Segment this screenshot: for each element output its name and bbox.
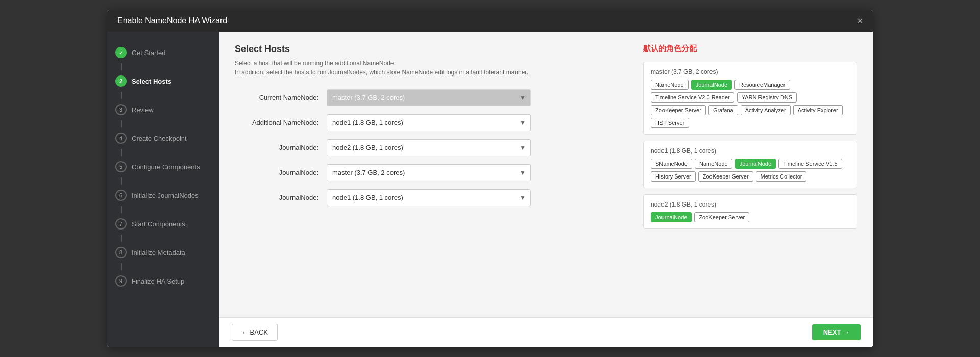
tag-resourcemanager-master: ResourceManager [734,80,790,90]
label-journalnode-2: JournalNode: [235,169,327,176]
control-journalnode-1: node2 (1.8 GB, 1 cores) ▼ [327,139,531,156]
tag-container-node1: SNameNode NameNode JournalNode Timeline … [651,159,850,182]
modal-header: Enable NameNode HA Wizard × [107,10,873,32]
role-card-node1: node1 (1.8 GB, 1 cores) SNameNode NameNo… [643,141,857,188]
sidebar-label-1: Get Started [132,49,165,57]
sidebar-item-get-started[interactable]: ✓ Get Started [107,42,219,63]
role-card-node1-title: node1 (1.8 GB, 1 cores) [651,147,850,155]
label-journalnode-3: JournalNode: [235,194,327,201]
sidebar-label-6: Initialize JournalNodes [132,192,199,199]
sidebar-label-3: Review [132,106,154,114]
sidebar-label-2: Select Hosts [132,78,172,85]
step-circle-1: ✓ [115,47,127,58]
tag-history-server-node1: History Server [651,171,696,182]
sidebar-label-7: Start Components [132,220,185,228]
form-row-journalnode-1: JournalNode: node2 (1.8 GB, 1 cores) ▼ [235,139,628,156]
step-connector-5 [121,177,122,185]
tag-journalnode-master: JournalNode [691,80,732,90]
select-journalnode-1[interactable]: node2 (1.8 GB, 1 cores) [327,139,531,156]
left-panel: Select Hosts Select a host that will be … [235,44,628,305]
role-card-node2: node2 (1.8 GB, 1 cores) JournalNode ZooK… [643,194,857,229]
form-row-current-namenode: Current NameNode: master (3.7 GB, 2 core… [235,89,628,106]
form-row-additional-namenode: Additional NameNode: node1 (1.8 GB, 1 co… [235,114,628,131]
step-circle-3: 3 [115,104,127,115]
control-additional-namenode: node1 (1.8 GB, 1 cores) ▼ [327,114,531,131]
step-circle-7: 7 [115,218,127,230]
step-connector-6 [121,206,122,213]
step-connector-8 [121,263,122,270]
select-journalnode-2[interactable]: master (3.7 GB, 2 cores) [327,164,531,181]
description-line1: Select a host that will be running the a… [235,59,628,68]
step-connector-1 [121,63,122,70]
role-card-master-title: master (3.7 GB, 2 cores) [651,68,850,75]
tag-zookeeper-node1: ZooKeeper Server [698,171,753,182]
tag-metrics-collector-node1: Metrics Collector [756,171,807,182]
step-circle-8: 8 [115,247,127,258]
modal-title: Enable NameNode HA Wizard [117,16,227,26]
sidebar: ✓ Get Started 2 Select Hosts 3 Review [107,32,219,347]
sidebar-item-create-checkpoint[interactable]: 4 Create Checkpoint [107,128,219,149]
tag-zookeeper-node2: ZooKeeper Server [694,212,749,222]
label-additional-namenode: Additional NameNode: [235,119,327,126]
right-panel: 默认的角色分配 master (3.7 GB, 2 cores) NameNod… [643,44,857,305]
sidebar-item-finalize-ha-setup[interactable]: 9 Finalize HA Setup [107,270,219,292]
tag-container-master: NameNode JournalNode ResourceManager Tim… [651,80,850,128]
tag-namenode-master: NameNode [651,80,689,90]
tag-container-node2: JournalNode ZooKeeper Server [651,212,850,222]
back-button[interactable]: ← BACK [232,324,278,341]
tag-zookeeper-master: ZooKeeper Server [651,105,706,115]
tag-yarn-registry-master: YARN Registry DNS [737,92,797,103]
select-additional-namenode[interactable]: node1 (1.8 GB, 1 cores) [327,114,531,131]
role-card-node2-title: node2 (1.8 GB, 1 cores) [651,201,850,208]
form-row-journalnode-2: JournalNode: master (3.7 GB, 2 cores) ▼ [235,164,628,181]
sidebar-item-configure-components[interactable]: 5 Configure Components [107,156,219,177]
step-circle-5: 5 [115,161,127,172]
step-circle-6: 6 [115,190,127,201]
label-current-namenode: Current NameNode: [235,94,327,101]
sidebar-item-review[interactable]: 3 Review [107,99,219,120]
sidebar-item-initialize-metadata[interactable]: 8 Initialize Metadata [107,242,219,263]
step-connector-3 [121,120,122,128]
sidebar-label-9: Finalize HA Setup [132,277,184,285]
role-assignment-title: 默认的角色分配 [643,44,857,54]
sidebar-item-start-components[interactable]: 7 Start Components [107,213,219,235]
sidebar-label-5: Configure Components [132,163,200,171]
next-button[interactable]: NEXT → [812,324,861,340]
modal-body: ✓ Get Started 2 Select Hosts 3 Review [107,32,873,347]
role-card-master: master (3.7 GB, 2 cores) NameNode Journa… [643,62,857,135]
tag-timeline-v2-master: Timeline Service V2.0 Reader [651,92,734,103]
main-content: Select Hosts Select a host that will be … [219,32,873,347]
step-circle-4: 4 [115,133,127,144]
tag-snamenode-node1: SNameNode [651,159,692,169]
sidebar-label-4: Create Checkpoint [132,135,187,142]
sidebar-item-select-hosts[interactable]: 2 Select Hosts [107,70,219,92]
page-description: Select a host that will be running the a… [235,59,628,77]
label-journalnode-1: JournalNode: [235,144,327,151]
page-title: Select Hosts [235,44,628,55]
step-connector-7 [121,235,122,242]
modal: Enable NameNode HA Wizard × ✓ Get Starte… [107,10,873,347]
content-area: Select Hosts Select a host that will be … [219,32,873,317]
close-button[interactable]: × [857,16,863,26]
tag-journalnode-node2: JournalNode [651,212,692,222]
tag-journalnode-node1: JournalNode [735,159,776,169]
control-current-namenode: master (3.7 GB, 2 cores) ▼ [327,89,531,106]
step-connector-2 [121,92,122,99]
step-circle-2: 2 [115,75,127,87]
modal-overlay: Enable NameNode HA Wizard × ✓ Get Starte… [0,0,980,357]
tag-hst-server-master: HST Server [651,118,689,128]
tag-namenode-node1: NameNode [695,159,732,169]
select-journalnode-3[interactable]: node1 (1.8 GB, 1 cores) [327,189,531,206]
sidebar-label-8: Initialize Metadata [132,249,185,257]
sidebar-item-initialize-journalnodes[interactable]: 6 Initialize JournalNodes [107,185,219,206]
modal-footer: ← BACK NEXT → [219,317,873,347]
form-row-journalnode-3: JournalNode: node1 (1.8 GB, 1 cores) ▼ [235,189,628,206]
tag-timeline-v15-node1: Timeline Service V1.5 [778,159,842,169]
step-connector-4 [121,149,122,156]
select-current-namenode[interactable]: master (3.7 GB, 2 cores) [327,89,531,106]
description-line2: In addition, select the hosts to run Jou… [235,68,628,77]
control-journalnode-2: master (3.7 GB, 2 cores) ▼ [327,164,531,181]
tag-grafana-master: Grafana [708,105,738,115]
tag-activity-explorer-master: Activity Explorer [793,105,843,115]
control-journalnode-3: node1 (1.8 GB, 1 cores) ▼ [327,189,531,206]
